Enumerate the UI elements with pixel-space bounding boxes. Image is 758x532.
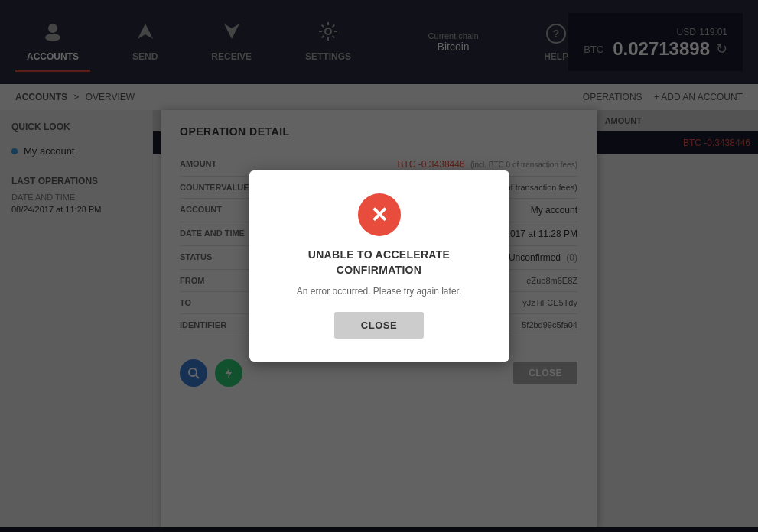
error-title: UNABLE TO ACCELERATECONFIRMATION bbox=[280, 248, 479, 277]
error-close-button[interactable]: CLOSE bbox=[334, 312, 424, 339]
error-message: An error occurred. Please try again late… bbox=[280, 286, 479, 297]
error-dialog: ✕ UNABLE TO ACCELERATECONFIRMATION An er… bbox=[249, 170, 509, 361]
error-icon: ✕ bbox=[358, 193, 401, 236]
error-dialog-overlay: ✕ UNABLE TO ACCELERATECONFIRMATION An er… bbox=[0, 0, 758, 532]
error-x-symbol: ✕ bbox=[370, 203, 388, 228]
error-title-text: UNABLE TO ACCELERATECONFIRMATION bbox=[308, 248, 450, 276]
